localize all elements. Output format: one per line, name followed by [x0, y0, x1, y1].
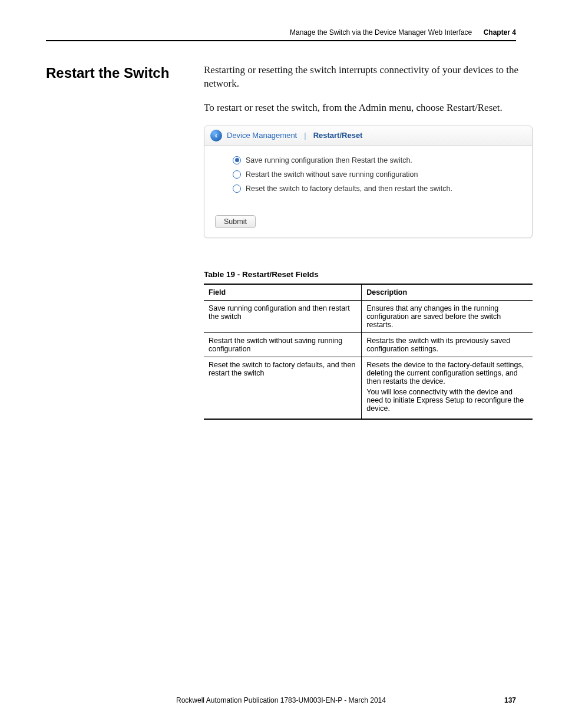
section-heading: Restart the Switch [46, 64, 204, 82]
radio-option-factory-reset[interactable]: Reset the switch to factory defaults, an… [233, 185, 512, 193]
breadcrumb-current: Restart/Reset [313, 131, 363, 140]
table-caption: Table 19 - Restart/Reset Fields [204, 270, 533, 279]
table-header-field: Field [204, 284, 362, 301]
radio-icon[interactable] [233, 185, 241, 193]
radio-option-save-restart[interactable]: Save running configuration then Restart … [233, 156, 512, 164]
table-cell-field: Save running configuration and then rest… [204, 300, 362, 332]
back-arrow-icon[interactable]: ‹ [210, 130, 222, 141]
radio-icon[interactable] [233, 156, 241, 164]
restart-reset-panel: ‹ Device Management | Restart/Reset Save… [204, 126, 533, 238]
panel-breadcrumb: ‹ Device Management | Restart/Reset [204, 126, 532, 146]
radio-label: Reset the switch to factory defaults, an… [246, 185, 452, 193]
restart-reset-fields-table: Field Description Save running configura… [204, 284, 533, 420]
body-paragraph: To restart or reset the switch, from the… [204, 101, 533, 115]
submit-button[interactable]: Submit [215, 215, 256, 228]
radio-icon[interactable] [233, 170, 241, 179]
breadcrumb-separator: | [304, 131, 306, 140]
page-number: 137 [504, 696, 516, 704]
radio-option-restart-nosave[interactable]: Restart the switch without save running … [233, 170, 512, 179]
breadcrumb-parent[interactable]: Device Management [227, 131, 297, 140]
table-row: Save running configuration and then rest… [204, 300, 533, 332]
radio-label: Restart the switch without save running … [246, 170, 418, 179]
table-cell-desc: Restarts the switch with its previously … [362, 332, 533, 357]
table-cell-desc: Resets the device to the factory-default… [362, 357, 533, 419]
table-row: Reset the switch to factory defaults, an… [204, 357, 533, 419]
header-chapter: Chapter 4 [484, 28, 516, 37]
table-row: Restart the switch without saving runnin… [204, 332, 533, 357]
radio-label: Save running configuration then Restart … [246, 156, 412, 164]
table-cell-desc: Ensures that any changes in the running … [362, 300, 533, 332]
header-section: Manage the Switch via the Device Manager… [290, 28, 472, 37]
running-header: Manage the Switch via the Device Manager… [46, 28, 516, 41]
table-cell-field: Restart the switch without saving runnin… [204, 332, 362, 357]
body-paragraph: Restarting or resetting the switch inter… [204, 64, 533, 91]
page-footer-publication: Rockwell Automation Publication 1783-UM0… [46, 696, 516, 704]
table-cell-field: Reset the switch to factory defaults, an… [204, 357, 362, 419]
table-header-description: Description [362, 284, 533, 301]
